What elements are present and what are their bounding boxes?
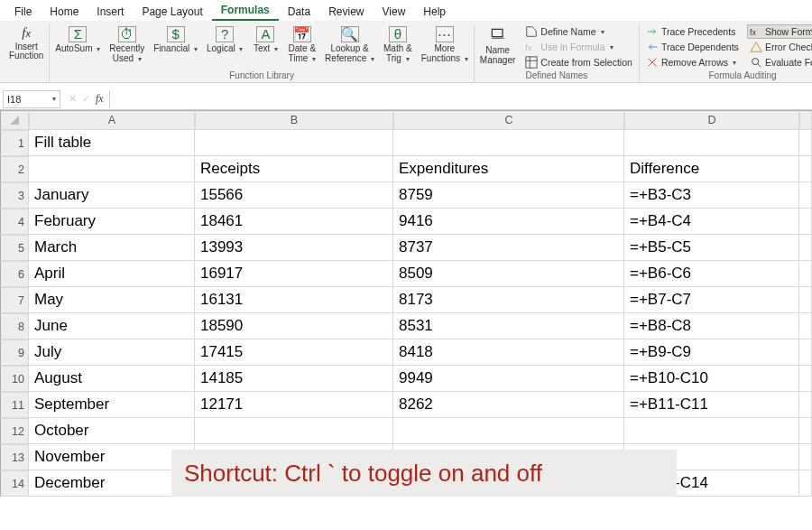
cell-B12[interactable] [195,418,393,444]
financial-button[interactable]: $Financial ▾ [152,24,199,56]
cell-D7[interactable]: =+B7-C7 [624,287,799,313]
cell-E7[interactable] [799,287,812,313]
cell-C6[interactable]: 8509 [393,261,624,287]
spreadsheet-grid[interactable]: ABCD1Fill table2ReceiptsExpendituresDiff… [0,110,812,497]
menu-home[interactable]: Home [41,3,88,21]
math--button[interactable]: θMath & Trig ▾ [382,24,414,65]
cell-B11[interactable]: 12171 [195,392,393,418]
cell-B3[interactable]: 15566 [195,182,393,209]
row-header-8[interactable]: 8 [0,313,29,339]
text-button[interactable]: AText ▾ [250,24,281,56]
error-checking-button[interactable]: Error Checking▾ [747,40,812,54]
create-from-selection-button[interactable]: Create from Selection [522,55,635,70]
cell-B5[interactable]: 13993 [195,235,393,261]
cell-D10[interactable]: =+B10-C10 [624,366,799,392]
cell-E11[interactable] [799,392,812,418]
cell-A7[interactable]: May [29,287,195,313]
cell-E14[interactable] [799,470,812,497]
row-header-2[interactable]: 2 [0,156,29,182]
more-button[interactable]: ⋯More Functions ▾ [420,24,470,65]
cell-B9[interactable]: 17415 [195,339,393,366]
row-header-6[interactable]: 6 [0,261,29,287]
row-header-1[interactable]: 1 [0,130,29,156]
cell-C2[interactable]: Expenditures [393,156,624,182]
menu-help[interactable]: Help [414,3,455,21]
col-header-A[interactable]: A [29,110,195,130]
menu-data[interactable]: Data [279,3,319,21]
cell-B6[interactable]: 16917 [195,261,393,287]
cell-C4[interactable]: 9416 [393,209,624,235]
cell-C3[interactable]: 8759 [393,182,624,209]
row-header-11[interactable]: 11 [0,392,29,418]
cell-A9[interactable]: July [29,339,195,366]
recently-button[interactable]: ⏱Recently Used ▾ [107,24,146,65]
cell-A11[interactable]: September [29,392,195,418]
cell-A13[interactable]: November [29,444,195,470]
lookup--button[interactable]: 🔍Lookup & Reference ▾ [323,24,376,65]
cell-B7[interactable]: 16131 [195,287,393,313]
cell-A6[interactable]: April [29,261,195,287]
cell-C10[interactable]: 9949 [393,366,624,392]
cell-B4[interactable]: 18461 [195,209,393,235]
cell-A2[interactable] [29,156,195,182]
insert-function-button[interactable]: fx Insert Function [7,24,45,63]
cell-C12[interactable] [393,418,624,444]
cell-A10[interactable]: August [29,366,195,392]
col-header-D[interactable]: D [624,110,799,130]
row-header-5[interactable]: 5 [0,235,29,261]
cell-E5[interactable] [799,235,812,261]
name-manager-button[interactable]: Name Manager [478,24,517,67]
row-header-13[interactable]: 13 [0,444,29,470]
cell-C8[interactable]: 8531 [393,313,624,339]
cell-C9[interactable]: 8418 [393,339,624,366]
row-header-12[interactable]: 12 [0,418,29,444]
col-header-extra[interactable] [799,110,812,130]
cell-A14[interactable]: December [29,470,195,497]
cell-A3[interactable]: January [29,182,195,209]
cell-B2[interactable]: Receipts [195,156,393,182]
cell-C11[interactable]: 8262 [393,392,624,418]
cell-C7[interactable]: 8173 [393,287,624,313]
cell-E6[interactable] [799,261,812,287]
cell-E1[interactable] [799,130,812,156]
fx-icon[interactable]: fx [96,92,104,106]
menu-review[interactable]: Review [319,3,373,21]
show-formulas-button[interactable]: fx Show Formulas [747,24,812,39]
cell-D2[interactable]: Difference [624,156,799,182]
cell-D11[interactable]: =+B11-C11 [624,392,799,418]
cell-C1[interactable] [393,130,624,156]
menu-insert[interactable]: Insert [88,3,133,21]
row-header-14[interactable]: 14 [0,470,29,497]
cell-D3[interactable]: =+B3-C3 [624,182,799,209]
cell-A5[interactable]: March [29,235,195,261]
formula-input[interactable] [109,90,812,108]
remove-arrows-button[interactable]: Remove Arrows▾ [643,55,742,70]
cell-D9[interactable]: =+B9-C9 [624,339,799,366]
cell-E2[interactable] [799,156,812,182]
cell-A12[interactable]: October [29,418,195,444]
row-header-9[interactable]: 9 [0,339,29,366]
cell-D1[interactable] [624,130,799,156]
cell-D8[interactable]: =+B8-C8 [624,313,799,339]
menu-file[interactable]: File [5,3,41,21]
col-header-C[interactable]: C [393,110,624,130]
name-box[interactable]: I18▾ [3,90,60,108]
autosum-button[interactable]: ΣAutoSum ▾ [53,24,102,56]
trace-dependents-button[interactable]: Trace Dependents [643,40,742,54]
cell-E8[interactable] [799,313,812,339]
cell-E4[interactable] [799,209,812,235]
cell-D12[interactable] [624,418,799,444]
cell-E10[interactable] [799,366,812,392]
row-header-3[interactable]: 3 [0,182,29,209]
row-header-10[interactable]: 10 [0,366,29,392]
cell-D5[interactable]: =+B5-C5 [624,235,799,261]
cell-B8[interactable]: 18590 [195,313,393,339]
trace-precedents-button[interactable]: Trace Precedents [643,24,742,39]
cell-E13[interactable] [799,444,812,470]
cell-D6[interactable]: =+B6-C6 [624,261,799,287]
cell-A4[interactable]: February [29,209,195,235]
cell-B10[interactable]: 14185 [195,366,393,392]
cell-C5[interactable]: 8737 [393,235,624,261]
row-header-7[interactable]: 7 [0,287,29,313]
row-header-4[interactable]: 4 [0,209,29,235]
